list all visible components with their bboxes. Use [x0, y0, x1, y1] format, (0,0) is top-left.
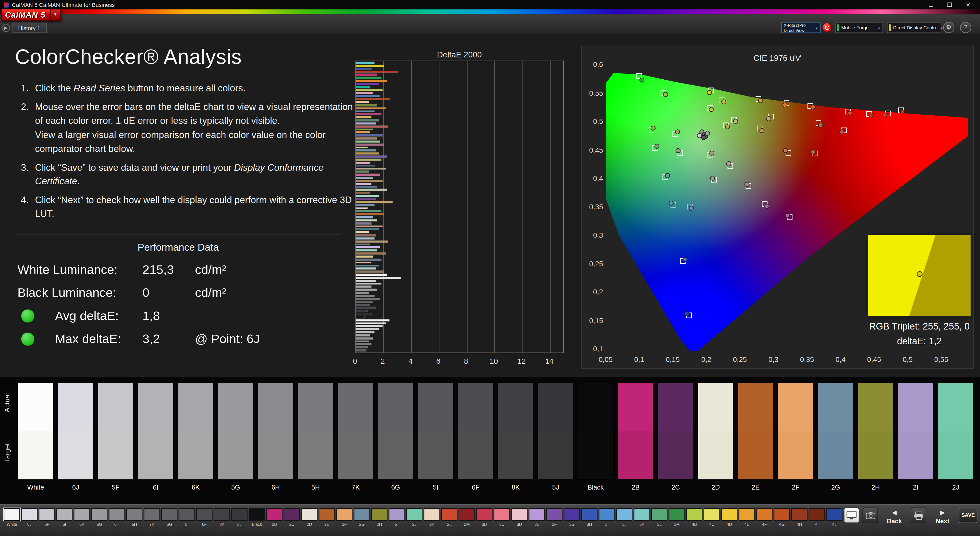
deltae-bar[interactable] — [356, 162, 370, 164]
deltae-bar[interactable] — [356, 289, 377, 291]
filmstrip-swatch[interactable]: 4F — [756, 508, 773, 526]
deltae-bar[interactable] — [356, 310, 368, 312]
filmstrip-swatch[interactable]: 2G — [354, 508, 370, 526]
deltae-bar[interactable] — [356, 104, 377, 106]
deltae-bar[interactable] — [356, 189, 387, 191]
deltae-bar[interactable] — [356, 186, 377, 188]
minimize-button[interactable] — [926, 1, 935, 8]
deltae-bar[interactable] — [356, 195, 379, 197]
deltae-bar[interactable] — [356, 92, 373, 94]
deltae-bar[interactable] — [356, 62, 374, 64]
filmstrip-swatch[interactable]: 2I — [389, 508, 405, 526]
deltae-bar[interactable] — [356, 337, 373, 339]
deltae-bar[interactable] — [356, 259, 381, 260]
deltae-bar[interactable] — [356, 156, 387, 157]
deltae-bar[interactable] — [356, 240, 388, 242]
filmstrip-swatch[interactable]: 3M — [669, 508, 685, 526]
back-button[interactable]: ◄ Back — [881, 508, 907, 525]
meter-status-button[interactable] — [822, 22, 832, 32]
deltae-bar[interactable] — [356, 340, 369, 342]
help-button[interactable]: ? — [960, 22, 971, 33]
deltae-bar[interactable] — [356, 150, 375, 151]
deltae-bar[interactable] — [356, 126, 388, 127]
filmstrip-swatch[interactable]: 3L — [651, 508, 668, 526]
filmstrip-swatch[interactable]: White — [4, 508, 20, 526]
deltae-bar[interactable] — [356, 319, 390, 321]
deltae-bar[interactable] — [356, 235, 375, 236]
deltae-bar[interactable] — [356, 243, 370, 245]
filmstrip-swatch[interactable]: 5G — [91, 508, 108, 526]
deltae-bar[interactable] — [356, 283, 381, 285]
filmstrip-swatch[interactable]: 2D — [301, 508, 318, 526]
calman-logo-menu[interactable]: CalMAN 5 ▼ — [1, 9, 60, 21]
filmstrip-swatch[interactable]: 4E — [739, 508, 755, 526]
filmstrip-swatch[interactable]: 4I — [809, 508, 825, 526]
deltae-bar[interactable] — [356, 237, 374, 239]
deltae-bar[interactable] — [356, 328, 379, 330]
deltae-bar[interactable] — [356, 313, 372, 315]
deltae-bar[interactable] — [356, 144, 384, 145]
filmstrip-swatch[interactable]: 4J — [826, 508, 843, 526]
deltae-bar[interactable] — [356, 280, 375, 282]
filmstrip-swatch[interactable]: 5J — [231, 508, 248, 526]
filmstrip-swatch[interactable]: 5F — [39, 508, 55, 526]
filmstrip-swatch[interactable]: 2F — [336, 508, 353, 526]
source-dropdown[interactable]: Mobile Forge ▼ — [835, 22, 883, 33]
deltae-bar[interactable] — [356, 250, 377, 251]
filmstrip-swatch[interactable]: 2M — [459, 508, 475, 526]
filmstrip-swatch[interactable]: 2J — [406, 508, 423, 526]
deltae-bar[interactable] — [356, 192, 370, 194]
deltae-bar[interactable] — [356, 198, 375, 200]
deltae-bar[interactable] — [356, 135, 383, 136]
filmstrip-swatch[interactable]: 3B — [476, 508, 493, 526]
filmstrip-swatch[interactable]: 2K — [424, 508, 440, 526]
filmstrip-swatch[interactable]: 2B — [266, 508, 283, 526]
deltae-bar[interactable] — [356, 147, 368, 148]
filmstrip-swatch[interactable]: 6F — [196, 508, 213, 526]
filmstrip-swatch[interactable]: 3F — [546, 508, 563, 526]
filmstrip-swatch[interactable]: 5H — [126, 508, 143, 526]
deltae-bar[interactable] — [356, 138, 377, 139]
filmstrip-swatch[interactable]: 2E — [319, 508, 335, 526]
deltae-bar[interactable] — [356, 83, 379, 85]
deltae-bar[interactable] — [356, 225, 383, 227]
filmstrip-swatch[interactable]: 6J — [21, 508, 38, 526]
deltae-bar[interactable] — [356, 325, 383, 327]
close-button[interactable]: ✕ — [964, 1, 972, 8]
deltae-bar[interactable] — [356, 213, 384, 215]
deltae-bar[interactable] — [356, 113, 381, 115]
save-button[interactable]: SAVE — [959, 508, 977, 523]
deltae-bar[interactable] — [356, 116, 372, 118]
deltae-bar[interactable] — [356, 68, 372, 70]
filmstrip-swatch[interactable]: 6K — [74, 508, 90, 526]
deltae-bar[interactable] — [356, 298, 380, 300]
deltae-bar[interactable] — [356, 347, 368, 348]
deltae-bar[interactable] — [356, 177, 373, 179]
deltae-bar[interactable] — [356, 71, 398, 73]
deltae-bar[interactable] — [356, 183, 372, 185]
filmstrip-swatch[interactable]: 3C — [494, 508, 510, 526]
filmstrip-swatch[interactable]: 4H — [791, 508, 808, 526]
deltae-bar[interactable] — [356, 141, 380, 142]
deltae-bar[interactable] — [356, 307, 375, 309]
filmstrip-swatch[interactable]: 3K — [634, 508, 650, 526]
deltae-bar[interactable] — [356, 110, 374, 112]
deltae-bar[interactable] — [356, 316, 365, 318]
deltae-bar[interactable] — [356, 262, 372, 263]
next-button[interactable]: ► Next — [929, 508, 956, 525]
deltae-bar[interactable] — [356, 229, 379, 230]
filmstrip-swatch[interactable]: 3G — [564, 508, 580, 526]
filmstrip-swatch[interactable]: 2L — [441, 508, 458, 526]
filmstrip-swatch[interactable]: 4B — [686, 508, 703, 526]
deltae-bar[interactable] — [356, 207, 368, 209]
deltae-bar[interactable] — [356, 204, 374, 206]
deltae-bar[interactable] — [356, 219, 377, 221]
filmstrip-swatch[interactable]: 6H — [109, 508, 125, 526]
deltae-bar[interactable] — [356, 210, 381, 212]
deltae-bar[interactable] — [356, 304, 370, 306]
deltae-bar[interactable] — [356, 256, 373, 258]
filmstrip-swatch[interactable]: Black — [249, 508, 265, 526]
deltae-bar[interactable] — [356, 128, 373, 130]
deltae-bar[interactable] — [356, 159, 381, 161]
deltae-bar[interactable] — [356, 132, 370, 133]
